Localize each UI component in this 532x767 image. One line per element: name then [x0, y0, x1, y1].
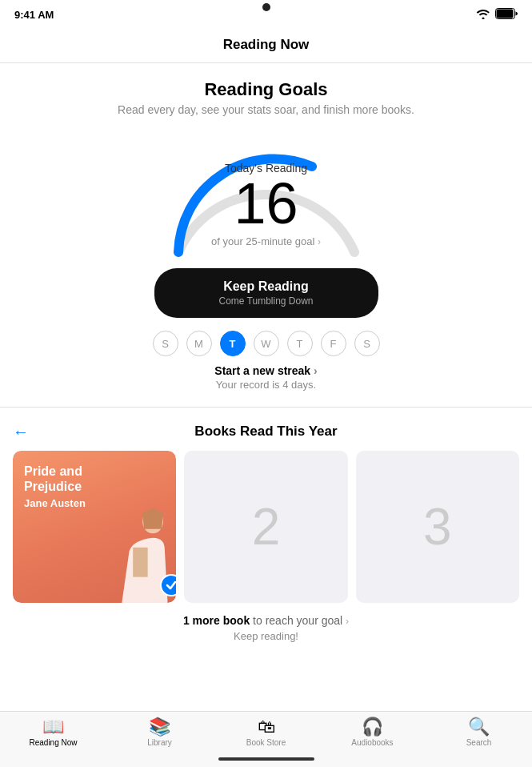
books-section-title: Books Read This Year: [16, 424, 516, 440]
svg-rect-4: [133, 548, 147, 577]
tab-icon-audiobooks: 🎧: [362, 718, 383, 736]
pride-prejudice-cover: Pride andPrejudice Jane Austen: [13, 451, 176, 603]
main-content: Reading Goals Read every day, see your s…: [0, 63, 532, 712]
books-grid: Pride andPrejudice Jane Austen: [0, 451, 532, 603]
tab-label-search: Search: [466, 738, 492, 747]
gauge-text: Today's Reading 16 of your 25-minute goa…: [211, 162, 321, 247]
books-section: ← Books Read This Year Pride andPrejudic…: [0, 424, 532, 658]
day-circle-T-4: T: [287, 331, 313, 356]
back-arrow[interactable]: ←: [13, 423, 29, 441]
svg-marker-3: [142, 508, 163, 529]
tab-icon-search: 🔍: [468, 718, 490, 736]
cta-book-count: 1 more book: [183, 614, 250, 627]
tab-label-reading-now: Reading Now: [29, 738, 77, 747]
day-circle-T-2: T: [220, 331, 246, 356]
tab-search[interactable]: 🔍Search: [426, 718, 532, 747]
tab-icon-library: 📚: [149, 718, 170, 736]
wifi-icon: [476, 8, 490, 22]
book-slot-number-2: 2: [252, 497, 281, 556]
day-circle-W-3: W: [254, 331, 279, 356]
section-divider: [0, 407, 532, 408]
books-cta[interactable]: 1 more book to reach your goal ›: [0, 614, 532, 627]
status-time: 9:41 AM: [14, 9, 54, 21]
day-circle-M-1: M: [186, 331, 212, 356]
page-title: Reading Now: [223, 37, 310, 52]
day-circle-S-6: S: [354, 331, 380, 356]
books-header: ← Books Read This Year: [0, 424, 532, 440]
keep-reading-button[interactable]: Keep Reading Come Tumbling Down: [154, 268, 378, 318]
checkmark-badge: [160, 574, 176, 596]
book-slot-1[interactable]: Pride andPrejudice Jane Austen: [13, 451, 176, 603]
tab-book-store[interactable]: 🛍Book Store: [213, 718, 319, 747]
book-slot-2[interactable]: 2: [184, 451, 347, 603]
reading-goals-title: Reading Goals: [16, 79, 516, 100]
tab-reading-now[interactable]: 📖Reading Now: [0, 718, 106, 747]
tab-label-audiobooks: Audiobooks: [351, 738, 393, 747]
gauge-goal[interactable]: of your 25-minute goal ›: [211, 235, 321, 247]
book-title: Pride andPrejudice: [24, 464, 165, 494]
tab-label-book-store: Book Store: [246, 738, 286, 747]
streak-text[interactable]: Start a new streak ›: [16, 364, 516, 377]
home-indicator: [218, 757, 314, 761]
reading-goals-subtitle: Read every day, see your stats soar, and…: [16, 103, 516, 116]
nav-bar: Reading Now: [0, 29, 532, 63]
camera-dot: [262, 3, 270, 11]
books-cta-sub: Keep reading!: [0, 630, 532, 642]
tab-label-library: Library: [147, 738, 172, 747]
gauge-number: 16: [211, 175, 321, 232]
svg-rect-1: [497, 9, 514, 18]
keep-reading-book: Come Tumbling Down: [202, 295, 330, 307]
battery-icon: [495, 8, 518, 22]
streak-subtext: Your record is 4 days.: [16, 379, 516, 391]
book-slot-number-3: 3: [423, 497, 452, 556]
book-slot-3[interactable]: 3: [356, 451, 519, 603]
tab-library[interactable]: 📚Library: [106, 718, 213, 747]
reading-goals-section: Reading Goals Read every day, see your s…: [0, 63, 532, 391]
reading-gauge: Today's Reading 16 of your 25-minute goa…: [154, 132, 378, 260]
day-circle-F-5: F: [321, 331, 346, 356]
tab-icon-book-store: 🛍: [258, 718, 275, 736]
day-indicators: SMTWTFS: [16, 331, 516, 356]
tab-audiobooks[interactable]: 🎧Audiobooks: [319, 718, 426, 747]
day-circle-S-0: S: [153, 331, 178, 356]
tab-icon-reading-now: 📖: [42, 718, 64, 736]
